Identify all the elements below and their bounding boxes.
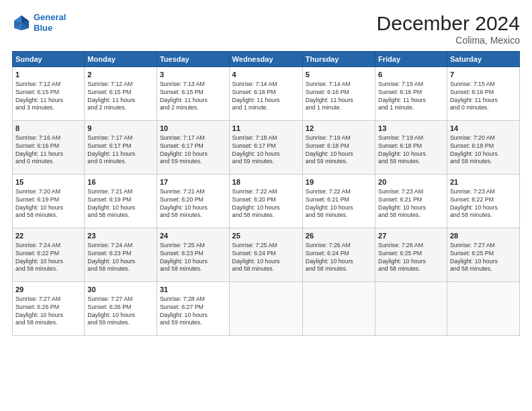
day-info: Sunrise: 7:16 AM Sunset: 6:16 PM Dayligh… (15, 134, 81, 167)
weekday-header: Friday (375, 52, 447, 67)
calendar-cell: 16Sunrise: 7:21 AM Sunset: 6:19 PM Dayli… (85, 175, 157, 228)
day-info: Sunrise: 7:17 AM Sunset: 6:17 PM Dayligh… (87, 134, 154, 167)
day-number: 21 (450, 177, 517, 187)
day-number: 27 (378, 231, 444, 241)
calendar-cell: 6Sunrise: 7:15 AM Sunset: 6:16 PM Daylig… (375, 67, 447, 121)
logo-text: General Blue (34, 12, 66, 33)
day-number: 20 (378, 177, 444, 187)
calendar-cell: 29Sunrise: 7:27 AM Sunset: 6:26 PM Dayli… (13, 282, 85, 336)
day-number: 9 (87, 124, 154, 134)
weekday-header: Thursday (302, 52, 375, 67)
calendar-cell (302, 282, 375, 336)
calendar-cell: 13Sunrise: 7:19 AM Sunset: 6:18 PM Dayli… (375, 121, 447, 175)
day-info: Sunrise: 7:22 AM Sunset: 6:21 PM Dayligh… (306, 188, 372, 220)
calendar-cell: 30Sunrise: 7:27 AM Sunset: 6:26 PM Dayli… (85, 282, 157, 336)
day-info: Sunrise: 7:15 AM Sunset: 6:16 PM Dayligh… (450, 81, 517, 113)
day-info: Sunrise: 7:24 AM Sunset: 6:22 PM Dayligh… (15, 242, 81, 274)
weekday-header: Wednesday (229, 52, 302, 67)
calendar-cell: 11Sunrise: 7:18 AM Sunset: 6:17 PM Dayli… (229, 121, 302, 175)
day-number: 17 (160, 177, 226, 187)
calendar-cell: 28Sunrise: 7:27 AM Sunset: 6:25 PM Dayli… (447, 228, 519, 282)
day-number: 6 (378, 70, 444, 80)
day-number: 12 (306, 124, 372, 134)
logo: General Blue (12, 12, 66, 33)
subtitle: Colima, Mexico (377, 35, 520, 46)
day-number: 28 (450, 231, 517, 241)
day-info: Sunrise: 7:20 AM Sunset: 6:18 PM Dayligh… (450, 134, 517, 167)
day-number: 29 (15, 285, 81, 295)
day-info: Sunrise: 7:19 AM Sunset: 6:18 PM Dayligh… (306, 134, 372, 167)
day-info: Sunrise: 7:28 AM Sunset: 6:27 PM Dayligh… (160, 295, 226, 328)
weekday-header: Saturday (447, 52, 519, 67)
day-number: 19 (306, 177, 372, 187)
day-number: 2 (87, 70, 154, 80)
day-number: 24 (160, 231, 226, 241)
calendar-cell: 17Sunrise: 7:21 AM Sunset: 6:20 PM Dayli… (157, 175, 229, 228)
day-number: 1 (15, 70, 81, 80)
day-number: 25 (232, 231, 300, 241)
day-number: 13 (378, 124, 444, 134)
calendar-cell: 20Sunrise: 7:23 AM Sunset: 6:21 PM Dayli… (375, 175, 447, 228)
day-info: Sunrise: 7:21 AM Sunset: 6:19 PM Dayligh… (87, 188, 154, 220)
day-info: Sunrise: 7:27 AM Sunset: 6:25 PM Dayligh… (450, 242, 517, 274)
day-info: Sunrise: 7:12 AM Sunset: 6:15 PM Dayligh… (15, 81, 81, 113)
day-number: 4 (232, 70, 300, 80)
calendar-cell (375, 282, 447, 336)
day-number: 11 (232, 124, 300, 134)
day-info: Sunrise: 7:18 AM Sunset: 6:17 PM Dayligh… (232, 134, 300, 167)
logo-line1: General (34, 12, 66, 22)
day-number: 18 (232, 177, 300, 187)
day-info: Sunrise: 7:22 AM Sunset: 6:20 PM Dayligh… (232, 188, 300, 220)
calendar-cell: 14Sunrise: 7:20 AM Sunset: 6:18 PM Dayli… (447, 121, 519, 175)
calendar-cell: 25Sunrise: 7:25 AM Sunset: 6:24 PM Dayli… (229, 228, 302, 282)
day-number: 8 (15, 124, 81, 134)
calendar-cell: 27Sunrise: 7:26 AM Sunset: 6:25 PM Dayli… (375, 228, 447, 282)
day-info: Sunrise: 7:14 AM Sunset: 6:16 PM Dayligh… (232, 81, 300, 113)
day-number: 7 (450, 70, 517, 80)
day-info: Sunrise: 7:25 AM Sunset: 6:24 PM Dayligh… (232, 242, 300, 274)
day-number: 26 (306, 231, 372, 241)
day-info: Sunrise: 7:15 AM Sunset: 6:16 PM Dayligh… (378, 81, 444, 113)
weekday-header: Tuesday (157, 52, 229, 67)
page: General Blue December 2024 Colima, Mexic… (0, 0, 532, 411)
calendar-cell: 31Sunrise: 7:28 AM Sunset: 6:27 PM Dayli… (157, 282, 229, 336)
calendar-cell: 15Sunrise: 7:20 AM Sunset: 6:19 PM Dayli… (13, 175, 85, 228)
day-info: Sunrise: 7:25 AM Sunset: 6:23 PM Dayligh… (160, 242, 226, 274)
calendar-cell: 21Sunrise: 7:23 AM Sunset: 6:22 PM Dayli… (447, 175, 519, 228)
day-number: 31 (160, 285, 226, 295)
day-number: 15 (15, 177, 81, 187)
calendar-cell: 3Sunrise: 7:13 AM Sunset: 6:15 PM Daylig… (157, 67, 229, 121)
calendar-cell: 12Sunrise: 7:19 AM Sunset: 6:18 PM Dayli… (302, 121, 375, 175)
day-number: 30 (87, 285, 154, 295)
day-number: 5 (306, 70, 372, 80)
day-info: Sunrise: 7:26 AM Sunset: 6:25 PM Dayligh… (378, 242, 444, 274)
calendar-cell: 10Sunrise: 7:17 AM Sunset: 6:17 PM Dayli… (157, 121, 229, 175)
day-info: Sunrise: 7:24 AM Sunset: 6:23 PM Dayligh… (87, 242, 154, 274)
calendar-cell: 7Sunrise: 7:15 AM Sunset: 6:16 PM Daylig… (447, 67, 519, 121)
calendar-cell: 18Sunrise: 7:22 AM Sunset: 6:20 PM Dayli… (229, 175, 302, 228)
day-info: Sunrise: 7:27 AM Sunset: 6:26 PM Dayligh… (87, 295, 154, 328)
day-number: 14 (450, 124, 517, 134)
day-info: Sunrise: 7:23 AM Sunset: 6:22 PM Dayligh… (450, 188, 517, 220)
calendar-cell: 23Sunrise: 7:24 AM Sunset: 6:23 PM Dayli… (85, 228, 157, 282)
title-block: December 2024 Colima, Mexico (377, 12, 520, 46)
calendar-cell: 4Sunrise: 7:14 AM Sunset: 6:16 PM Daylig… (229, 67, 302, 121)
calendar-cell: 22Sunrise: 7:24 AM Sunset: 6:22 PM Dayli… (13, 228, 85, 282)
calendar-cell: 26Sunrise: 7:26 AM Sunset: 6:24 PM Dayli… (302, 228, 375, 282)
calendar-cell: 2Sunrise: 7:12 AM Sunset: 6:15 PM Daylig… (85, 67, 157, 121)
day-info: Sunrise: 7:17 AM Sunset: 6:17 PM Dayligh… (160, 134, 226, 167)
header: General Blue December 2024 Colima, Mexic… (12, 12, 520, 46)
logo-line2: Blue (34, 23, 52, 33)
calendar-cell: 8Sunrise: 7:16 AM Sunset: 6:16 PM Daylig… (13, 121, 85, 175)
calendar-cell: 19Sunrise: 7:22 AM Sunset: 6:21 PM Dayli… (302, 175, 375, 228)
day-info: Sunrise: 7:26 AM Sunset: 6:24 PM Dayligh… (306, 242, 372, 274)
day-number: 3 (160, 70, 226, 80)
day-info: Sunrise: 7:19 AM Sunset: 6:18 PM Dayligh… (378, 134, 444, 167)
calendar-cell: 24Sunrise: 7:25 AM Sunset: 6:23 PM Dayli… (157, 228, 229, 282)
day-info: Sunrise: 7:27 AM Sunset: 6:26 PM Dayligh… (15, 295, 81, 328)
calendar-cell: 5Sunrise: 7:14 AM Sunset: 6:16 PM Daylig… (302, 67, 375, 121)
day-number: 23 (87, 231, 154, 241)
logo-icon (12, 13, 31, 32)
day-info: Sunrise: 7:13 AM Sunset: 6:15 PM Dayligh… (160, 81, 226, 113)
day-info: Sunrise: 7:12 AM Sunset: 6:15 PM Dayligh… (87, 81, 154, 113)
